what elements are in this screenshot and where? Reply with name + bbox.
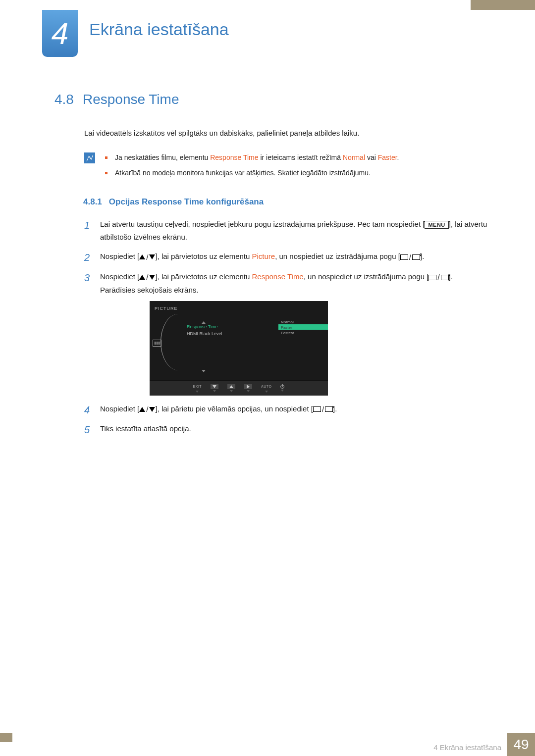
- osd-btn-down: [211, 384, 218, 392]
- section-title: Response Time: [83, 92, 179, 107]
- step-5: 5 Tiks iestatīta atlasītā opcija.: [84, 422, 488, 435]
- subsection-number: 4.8.1: [83, 197, 102, 207]
- triangle-down-icon: [149, 407, 155, 412]
- top-accent: [471, 0, 535, 10]
- enter-icon: [412, 254, 420, 260]
- triangle-down-icon: [149, 254, 155, 259]
- rect-icon: [400, 254, 408, 260]
- osd-body: Response Time : HDMI Black Level Normal …: [150, 316, 328, 380]
- osd-arc: [164, 316, 184, 380]
- enter-icon: [325, 406, 333, 412]
- page-footer: 4 Ekrāna iestatīšana 49: [0, 733, 535, 756]
- triangle-down-icon: [202, 370, 206, 372]
- triangle-up-icon: [139, 254, 145, 259]
- osd-screenshot: PICTURE Response Time :: [150, 301, 328, 395]
- step-1: 1 Lai atvērtu taustiņu ceļvedi, nospiedi…: [84, 218, 488, 243]
- subsection-title: Opcijas Response Time konfigurēšana: [109, 197, 264, 207]
- step-number: 4: [84, 402, 90, 418]
- triangle-up-icon: [139, 407, 145, 412]
- osd-btn-exit: EXIT: [193, 384, 202, 393]
- emphasis: Faster: [378, 153, 397, 161]
- enter-icons: /: [400, 251, 420, 264]
- footer-chapter-label: 4 Ekrāna iestatīšana: [433, 733, 507, 756]
- enter-icon: [441, 275, 449, 280]
- emphasis: Normal: [343, 153, 365, 161]
- footer-accent: [0, 733, 12, 742]
- up-down-icons: /: [139, 403, 155, 416]
- emphasis: Picture: [252, 252, 275, 260]
- section-number: 4.8: [54, 92, 74, 107]
- osd-value-fastest: Fastest: [278, 330, 328, 335]
- step-number: 3: [84, 269, 90, 286]
- content-area: 4.8 Response Time Lai videoattēls izskat…: [54, 92, 488, 442]
- step-2: 2 Nospiediet [ / ], lai pārvietotos uz e…: [84, 250, 488, 263]
- step-list: 1 Lai atvērtu taustiņu ceļvedi, nospiedi…: [84, 218, 488, 435]
- enter-icons: /: [428, 271, 448, 284]
- osd-btn-power: [280, 385, 284, 392]
- osd-btn-up: [227, 384, 235, 392]
- up-down-icons: /: [139, 251, 155, 264]
- emphasis: Response Time: [252, 272, 304, 281]
- osd-value-faster: Faster: [278, 324, 328, 330]
- note-list: Ja neskatāties filmu, elementu Response …: [105, 151, 488, 182]
- osd-row: HDMI Black Level: [184, 331, 278, 338]
- step-number: 1: [84, 217, 90, 234]
- osd-menu-labels: Response Time : HDMI Black Level: [184, 316, 278, 380]
- step-3: 3 Nospiediet [ / ], lai pārvietotos uz e…: [84, 270, 488, 395]
- enter-icons: /: [313, 403, 333, 416]
- note-item-1: Ja neskatāties filmu, elementu Response …: [105, 151, 488, 164]
- step-4: 4 Nospiediet [ / ], lai pārietu pie vēla…: [84, 403, 488, 416]
- section-heading: 4.8 Response Time: [54, 92, 488, 107]
- top-bar: [0, 0, 535, 10]
- step-number: 5: [84, 421, 90, 438]
- osd-panel: PICTURE Response Time :: [150, 301, 328, 395]
- osd-row-active: Response Time :: [184, 324, 278, 331]
- note-block: Ja neskatāties filmu, elementu Response …: [84, 151, 488, 182]
- rect-icon: [428, 275, 436, 280]
- intro-paragraph: Lai videoattēls izskatītos vēl spilgtāks…: [84, 127, 488, 139]
- step-number: 2: [84, 249, 90, 266]
- osd-button-bar: EXIT AUTO: [150, 380, 328, 396]
- chapter-title: Ekrāna iestatīšana: [89, 20, 229, 39]
- osd-btn-right: [244, 384, 252, 392]
- emphasis: Response Time: [210, 153, 258, 161]
- triangle-up-icon: [139, 275, 145, 280]
- note-icon: [84, 152, 95, 163]
- up-down-icons: /: [139, 271, 155, 284]
- subsection-heading: 4.8.1 Opcijas Response Time konfigurēšan…: [83, 197, 488, 207]
- page-number: 49: [507, 733, 535, 756]
- rect-icon: [313, 406, 321, 412]
- osd-btn-auto: AUTO: [261, 384, 271, 393]
- chapter-badge: 4: [42, 10, 78, 57]
- osd-values: Normal Faster Fastest: [278, 319, 328, 380]
- note-item-2: Atkarībā no modeļa monitora funkcijas va…: [105, 167, 488, 179]
- triangle-down-icon: [149, 275, 155, 280]
- menu-button-label: MENU: [425, 221, 448, 229]
- osd-value-normal: Normal: [278, 319, 328, 324]
